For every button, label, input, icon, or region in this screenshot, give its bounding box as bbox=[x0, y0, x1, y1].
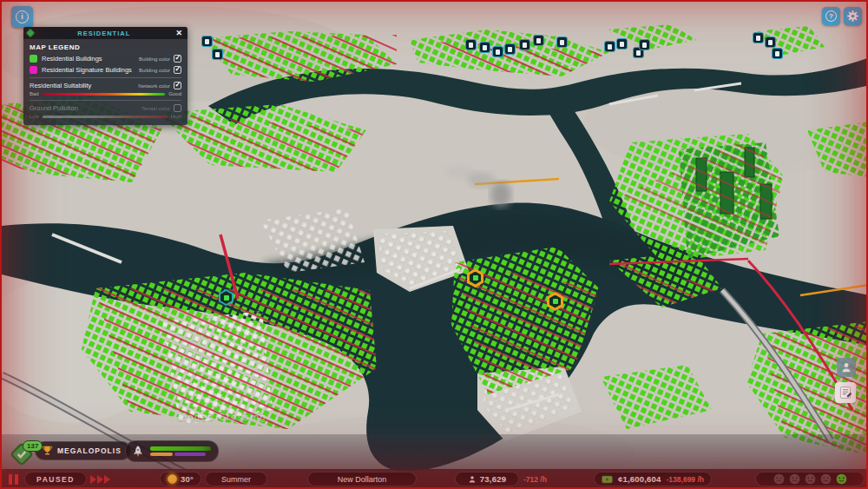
legend-row-suitability: Residential Suitability Network color bbox=[30, 82, 181, 89]
happiness-face-neutral-icon bbox=[805, 473, 816, 485]
happiness-face-happy-icon bbox=[836, 473, 847, 485]
scale-min-label: Low bbox=[30, 114, 39, 119]
simulation-state-pill[interactable]: PAUSED bbox=[24, 472, 87, 486]
happiness-face-sad-icon bbox=[789, 473, 800, 485]
city-name: New Dollarton bbox=[338, 475, 387, 484]
suitability-scale: Bad Good bbox=[30, 91, 181, 96]
xp-bar-green bbox=[150, 446, 211, 451]
map-notification-icon[interactable] bbox=[556, 36, 568, 48]
city-name-pill[interactable]: New Dollarton bbox=[307, 472, 417, 486]
legend-label: Residential Signature Buildings bbox=[42, 66, 139, 74]
population-value: 73,629 bbox=[480, 474, 506, 484]
scale-max-label: High bbox=[171, 114, 181, 119]
map-notification-icon[interactable] bbox=[201, 36, 213, 47]
control-label: Network color bbox=[138, 83, 170, 89]
network-color-checkbox[interactable] bbox=[174, 82, 181, 89]
main-toolbar: 137 MEGALOPOLIS bbox=[2, 434, 866, 470]
rocket-icon bbox=[131, 444, 145, 459]
xp-bar-orange bbox=[150, 453, 173, 456]
close-icon[interactable]: ✕ bbox=[174, 29, 184, 37]
panel-title: RESIDENTIAL bbox=[34, 30, 174, 37]
money-icon bbox=[602, 475, 613, 484]
map-notification-icon[interactable] bbox=[212, 49, 223, 60]
residential-swatch bbox=[30, 55, 37, 63]
happiness-indicator[interactable] bbox=[755, 472, 865, 486]
status-bar: PAUSED 30° Summer New Dollarton 73,629 -… bbox=[2, 469, 866, 489]
infoview-panel: RESIDENTIAL ✕ MAP LEGEND Residential Bui… bbox=[23, 27, 187, 125]
sun-icon bbox=[168, 474, 177, 484]
scale-min-label: Bad bbox=[30, 91, 39, 96]
game-screen: Linden Crossing i ? bbox=[0, 0, 868, 489]
terrain-color-checkbox[interactable] bbox=[174, 104, 181, 112]
scale-max-label: Good bbox=[168, 91, 181, 96]
legend-label: Residential Buildings bbox=[42, 55, 139, 63]
pollution-gradient-bar bbox=[43, 116, 168, 118]
happiness-face-content-icon bbox=[820, 473, 832, 485]
district-label: Linden Crossing bbox=[178, 413, 266, 422]
legend-heading: MAP LEGEND bbox=[30, 43, 181, 51]
map-notification-icon[interactable] bbox=[753, 32, 764, 43]
divider bbox=[30, 77, 181, 78]
legend-label: Residential Suitability bbox=[30, 82, 138, 89]
control-label: Building color bbox=[139, 56, 170, 62]
season-pill[interactable]: Summer bbox=[205, 472, 267, 486]
settings-button[interactable] bbox=[844, 7, 862, 25]
milestone-name: MEGALOPOLIS bbox=[57, 446, 122, 455]
info-button[interactable]: i bbox=[11, 6, 33, 28]
population-icon bbox=[468, 475, 477, 484]
help-icon: ? bbox=[825, 10, 837, 22]
info-icon: i bbox=[16, 10, 29, 23]
journal-icon[interactable] bbox=[835, 382, 856, 403]
map-notification-icon[interactable] bbox=[519, 39, 530, 50]
pause-state-label: PAUSED bbox=[36, 475, 75, 484]
building-color-checkbox[interactable] bbox=[174, 55, 181, 63]
map-notification-icon[interactable] bbox=[639, 39, 650, 50]
divider bbox=[30, 100, 181, 101]
legend-label: Ground Pollution bbox=[30, 104, 141, 112]
map-notification-icon[interactable] bbox=[765, 36, 776, 48]
map-notification-icon[interactable] bbox=[772, 48, 783, 59]
fast-forward-icon[interactable] bbox=[90, 475, 110, 484]
suitability-gradient-bar bbox=[43, 93, 166, 96]
milestone-level-badge: 137 bbox=[23, 440, 43, 452]
gear-icon bbox=[846, 10, 859, 23]
money-value: ¢1,600,604 bbox=[618, 474, 661, 484]
control-label: Building color bbox=[139, 68, 170, 73]
legend-row-signature-buildings: Residential Signature Buildings Building… bbox=[30, 66, 181, 74]
milestone-button[interactable]: 137 bbox=[9, 441, 35, 467]
map-notification-icon[interactable] bbox=[616, 38, 628, 50]
map-notification-icon[interactable] bbox=[533, 35, 544, 46]
map-notification-icon[interactable] bbox=[479, 42, 490, 53]
xp-bar-purple bbox=[174, 453, 206, 456]
pause-icon[interactable] bbox=[9, 474, 21, 485]
population-rate: -712 /h bbox=[523, 475, 547, 484]
happiness-face-very-sad-icon bbox=[773, 473, 785, 485]
citizen-notification-icon[interactable] bbox=[837, 358, 856, 377]
temperature-pill[interactable]: 30° bbox=[160, 472, 201, 486]
building-color-checkbox[interactable] bbox=[174, 66, 181, 74]
season-label: Summer bbox=[221, 475, 251, 484]
legend-row-ground-pollution: Ground Pollution Terrain color bbox=[30, 104, 181, 112]
temperature-value: 30° bbox=[181, 474, 194, 484]
trophy-icon bbox=[42, 445, 53, 457]
map-notification-icon[interactable] bbox=[604, 41, 615, 52]
infoview-panel-header[interactable]: RESIDENTIAL ✕ bbox=[23, 27, 187, 39]
map-notification-icon[interactable] bbox=[492, 46, 503, 57]
money-rate: -138,699 /h bbox=[667, 475, 704, 484]
legend-row-residential-buildings: Residential Buildings Building color bbox=[30, 55, 181, 63]
money-pill[interactable]: ¢1,600,604 -138,699 /h bbox=[594, 472, 712, 486]
help-button[interactable]: ? bbox=[822, 7, 840, 25]
control-label: Terrain color bbox=[141, 106, 170, 111]
population-pill[interactable]: 73,629 bbox=[455, 472, 519, 486]
map-notification-icon[interactable] bbox=[504, 43, 516, 55]
signature-swatch bbox=[30, 66, 37, 74]
pollution-scale: Low High bbox=[30, 114, 181, 119]
xp-progress-pill[interactable] bbox=[125, 440, 219, 462]
milestone-name-pill[interactable]: MEGALOPOLIS bbox=[35, 441, 131, 460]
map-notification-icon[interactable] bbox=[465, 39, 477, 50]
xp-bars bbox=[150, 446, 211, 456]
